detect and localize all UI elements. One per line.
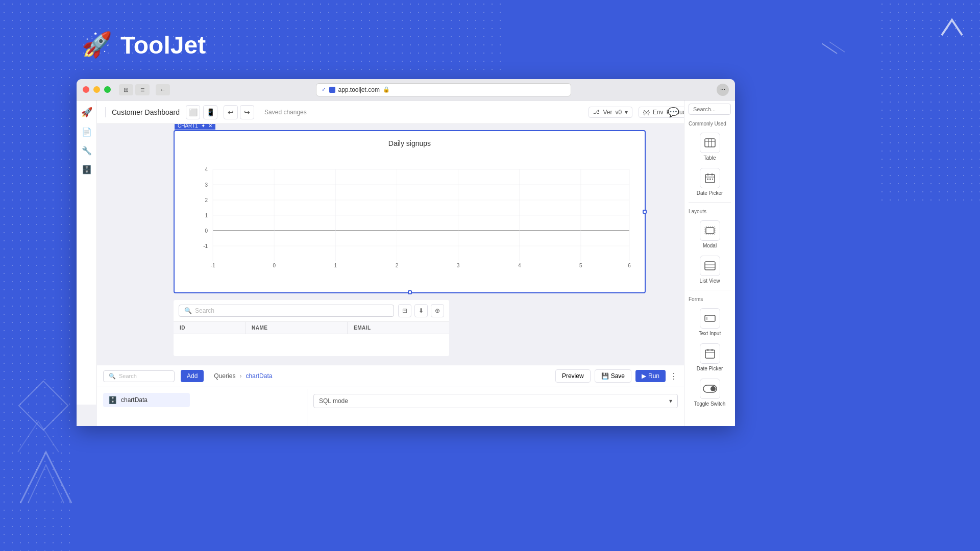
sidebar-widget-modal[interactable]: Modal — [688, 217, 732, 252]
browser-back-btn[interactable]: ← — [156, 84, 170, 95]
right-sidebar: Commonly Used Table — [684, 101, 735, 426]
svg-rect-41 — [706, 228, 714, 234]
listview-widget-label: List View — [700, 278, 720, 284]
toggle-widget-icon — [700, 379, 720, 399]
address-bar[interactable]: ✓ app.tooljet.com 🔒 — [316, 83, 571, 96]
query-item-chartdata[interactable]: 🗄️ chartData — [103, 393, 190, 407]
svg-text:-1: -1 — [203, 243, 208, 249]
browser-nav-icon1[interactable]: ≡ — [135, 84, 150, 95]
settings-icon[interactable]: ⊕ — [431, 304, 444, 317]
chart-widget-handle: CHART1 ✦ ✕ — [175, 124, 215, 130]
query-list: 🗄️ chartData — [97, 389, 307, 426]
svg-text:3: 3 — [457, 263, 460, 268]
download-icon[interactable]: ⬇ — [414, 304, 428, 317]
table-toolbar: 🔍 Search ⊟ ⬇ ⊕ — [174, 300, 449, 322]
datepicker-widget-icon — [700, 168, 720, 188]
svg-text:1: 1 — [334, 263, 337, 268]
chart-widget[interactable]: CHART1 ✦ ✕ Daily signups — [174, 130, 646, 293]
svg-text:4: 4 — [205, 167, 208, 172]
toggle-widget-label: Toggle Switch — [694, 401, 726, 407]
bp-save-button[interactable]: 💾 Save — [595, 369, 631, 383]
toolbar-mobile-icon[interactable]: 📱 — [203, 105, 217, 119]
table-search[interactable]: 🔍 Search — [179, 305, 394, 317]
sidebar-widget-listview[interactable]: List View — [688, 253, 732, 287]
toolbar-undo-redo: ↩ ↪ — [224, 105, 254, 119]
search-icon: 🔍 — [184, 307, 192, 314]
left-icon-pages[interactable]: 📄 — [82, 127, 92, 137]
layouts-section-title: Layouts — [684, 206, 735, 216]
traffic-light-green[interactable] — [104, 86, 111, 93]
svg-text:2: 2 — [205, 197, 208, 203]
resize-handle-right[interactable] — [643, 210, 647, 214]
bp-breadcrumb-sep: › — [239, 372, 241, 380]
table-action-icons: ⊟ ⬇ ⊕ — [398, 304, 444, 317]
svg-point-54 — [710, 386, 716, 391]
chart-title: Daily signups — [175, 131, 645, 152]
svg-text:0: 0 — [205, 228, 208, 234]
brand-header: 🚀 ToolJet — [82, 31, 206, 59]
sidebar-search-input[interactable] — [689, 104, 731, 115]
browser-window-toggle[interactable]: ⊞ — [119, 84, 133, 95]
commonly-used-section-title: Commonly Used — [684, 118, 735, 129]
forms-section-title: Forms — [684, 293, 735, 304]
svg-rect-39 — [709, 179, 711, 180]
version-badge[interactable]: ⎇ Ver v0 ▾ — [589, 107, 632, 118]
sidebar-divider-2 — [689, 290, 731, 290]
save-icon: 💾 — [601, 372, 609, 380]
svg-rect-46 — [705, 315, 715, 321]
textinput-widget-label: Text Input — [699, 331, 721, 336]
bp-more-btn[interactable]: ⋮ — [670, 371, 678, 381]
sql-mode-label: SQL mode — [319, 397, 348, 405]
svg-text:-1: -1 — [211, 263, 215, 268]
resize-handle-bottom[interactable] — [408, 290, 412, 294]
table-widget-icon — [700, 133, 720, 153]
table-widget: 🔍 Search ⊟ ⬇ ⊕ ID NAME EMAIL — [174, 300, 449, 356]
bp-search[interactable]: 🔍 Search — [103, 370, 175, 382]
bottom-panel-toolbar: 🔍 Search Add Queries › chartData Preview… — [97, 365, 684, 387]
browser-window: ⊞ ≡ ← ✓ app.tooljet.com 🔒 ⋯ 🚀 📄 🔧 🗄️ Cus… — [77, 79, 735, 426]
chart-close-icon[interactable]: ✕ — [208, 124, 212, 129]
sidebar-widget-datepicker1[interactable]: Date Picker — [688, 165, 732, 199]
svg-rect-38 — [707, 179, 708, 180]
table-widget-label: Table — [704, 155, 716, 161]
listview-widget-icon — [700, 256, 720, 276]
bp-breadcrumb: Queries › chartData — [214, 372, 272, 380]
browser-menu-btn[interactable]: ⋯ — [717, 84, 729, 96]
url-text: app.tooljet.com — [338, 86, 380, 93]
sidebar-widget-datepicker2[interactable]: Date Picker — [688, 340, 732, 374]
bp-run-button[interactable]: ▶ Run — [635, 370, 666, 382]
query-item-label: chartData — [121, 396, 148, 404]
sql-mode-select[interactable]: SQL mode ▾ — [313, 394, 678, 408]
modal-widget-label: Modal — [703, 243, 717, 248]
left-icon-inspect[interactable]: 🔧 — [82, 146, 92, 156]
sidebar-widget-table[interactable]: Table — [688, 130, 732, 164]
svg-rect-43 — [705, 262, 715, 270]
toolbar-undo-btn[interactable]: ↩ — [224, 105, 238, 119]
bp-preview-button[interactable]: Preview — [555, 369, 591, 383]
bp-search-icon: 🔍 — [109, 373, 116, 380]
bp-add-button[interactable]: Add — [181, 370, 204, 382]
traffic-light-yellow[interactable] — [93, 86, 100, 93]
toolbar-redo-btn[interactable]: ↪ — [240, 105, 254, 119]
svg-line-0 — [822, 43, 837, 54]
sidebar-divider-1 — [689, 202, 731, 203]
run-icon: ▶ — [642, 372, 646, 380]
sidebar-widget-textinput[interactable]: Text Input — [688, 305, 732, 339]
traffic-light-red[interactable] — [83, 86, 89, 93]
filter-icon[interactable]: ⊟ — [398, 304, 411, 317]
left-icon-data[interactable]: 🗄️ — [82, 165, 92, 174]
table-col-id: ID — [174, 322, 245, 334]
svg-rect-30 — [705, 139, 715, 147]
chat-icon[interactable]: 💬 — [668, 107, 679, 118]
sidebar-widget-toggle[interactable]: Toggle Switch — [688, 375, 732, 410]
svg-rect-40 — [712, 179, 713, 180]
browser-chrome: ⊞ ≡ ← ✓ app.tooljet.com 🔒 ⋯ — [77, 79, 735, 101]
svg-text:2: 2 — [396, 263, 399, 268]
left-icon-apps[interactable]: 🚀 — [81, 107, 92, 118]
deco-lines — [822, 41, 852, 59]
toolbar-desktop-icon[interactable]: ⬜ — [186, 105, 200, 119]
brand-title: ToolJet — [120, 31, 206, 59]
textinput-widget-icon — [700, 308, 720, 329]
left-icon-sidebar: 🚀 📄 🔧 🗄️ — [77, 101, 97, 405]
bp-breadcrumb-queries: Queries — [214, 372, 235, 380]
